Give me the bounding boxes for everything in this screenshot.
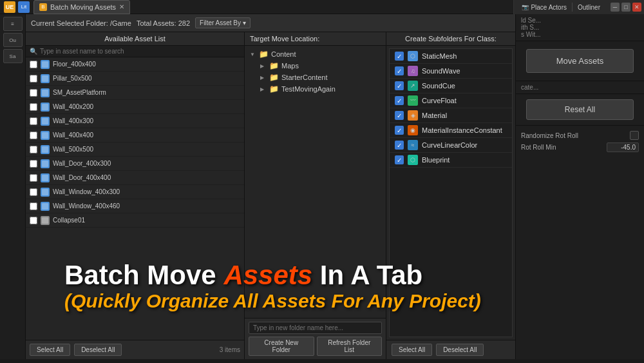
asset-checkbox[interactable] bbox=[30, 75, 37, 83]
folder-arrow-icon: ▶ bbox=[260, 75, 267, 81]
asset-name: Wall_400x400 bbox=[53, 132, 93, 139]
class-checkbox[interactable]: ✓ bbox=[395, 81, 404, 90]
class-checkbox[interactable]: ✓ bbox=[395, 141, 404, 150]
create-folder-btn[interactable]: Create New Folder bbox=[249, 337, 314, 356]
folder-name: StarterContent bbox=[281, 74, 328, 81]
asset-name: Wall_Window_400x460 bbox=[53, 202, 120, 210]
asset-type-icon bbox=[41, 173, 50, 182]
deselect-all-classes-btn[interactable]: Deselect All bbox=[436, 344, 484, 356]
new-folder-input[interactable] bbox=[249, 322, 382, 334]
class-row[interactable]: ✓ ↗ SoundCue bbox=[390, 79, 512, 93]
class-list: ✓ ⬡ StaticMesh ✓ ♫ SoundWave ✓ ↗ SoundCu… bbox=[389, 48, 513, 337]
class-row[interactable]: ✓ ◈ Material bbox=[390, 108, 512, 123]
rot-min-row: Rot Roll Min bbox=[521, 141, 639, 153]
asset-checkbox[interactable] bbox=[30, 132, 37, 139]
sidebar-btn-1[interactable]: ≡ bbox=[3, 17, 23, 31]
batch-moving-tab[interactable]: B Batch Moving Assets ✕ bbox=[33, 0, 130, 14]
class-name: Blueprint bbox=[422, 156, 450, 164]
class-checkbox[interactable]: ✓ bbox=[395, 126, 404, 135]
svg-rect-3 bbox=[42, 104, 48, 110]
class-checkbox[interactable]: ✓ bbox=[395, 155, 404, 164]
folder-footer: Create New Folder Refresh Folder List bbox=[245, 318, 386, 359]
asset-row[interactable]: Wall_Door_400x300 bbox=[26, 157, 244, 171]
asset-row[interactable]: Wall_500x500 bbox=[26, 142, 244, 157]
asset-type-icon bbox=[41, 74, 50, 83]
rot-min-input[interactable] bbox=[607, 142, 639, 152]
tab-close-btn[interactable]: ✕ bbox=[119, 3, 124, 10]
class-checkbox[interactable]: ✓ bbox=[395, 96, 404, 105]
folder-name: Maps bbox=[281, 62, 299, 70]
minimize-btn[interactable]: ─ bbox=[611, 3, 620, 12]
class-row[interactable]: ✓ ≈ CurveLinearColor bbox=[390, 138, 512, 153]
deselect-all-assets-btn[interactable]: Deselect All bbox=[74, 344, 122, 356]
folder-column: Target Move Location: ▼ 📁 Content ▶ 📁 Ma… bbox=[245, 32, 386, 359]
asset-row[interactable]: Pillar_50x500 bbox=[26, 72, 244, 86]
reset-all-btn[interactable]: Reset All bbox=[526, 99, 634, 120]
asset-checkbox[interactable] bbox=[30, 188, 37, 196]
folder-item[interactable]: ▶ 📁 Maps bbox=[247, 60, 383, 72]
randomize-checkbox[interactable] bbox=[630, 131, 639, 140]
asset-checkbox[interactable] bbox=[30, 117, 37, 125]
plugin-window: Current Selected Folder: /Game Total Ass… bbox=[26, 14, 515, 359]
asset-row[interactable]: Wall_400x400 bbox=[26, 128, 244, 142]
asset-row[interactable]: SM_AssetPlatform bbox=[26, 86, 244, 100]
class-row[interactable]: ✓ ⬡ StaticMesh bbox=[390, 49, 512, 64]
asset-checkbox[interactable] bbox=[30, 61, 37, 68]
asset-name: Collapse01 bbox=[53, 217, 85, 224]
asset-checkbox[interactable] bbox=[30, 217, 37, 224]
asset-row[interactable]: Collapse01 bbox=[26, 213, 244, 228]
asset-checkbox[interactable] bbox=[30, 146, 37, 153]
class-type-icon: ≈ bbox=[408, 140, 418, 150]
sidebar-btn-2[interactable]: Ou bbox=[3, 33, 23, 47]
camera-icon: 📷 bbox=[522, 4, 529, 10]
total-assets-text: Total Assets: 282 bbox=[137, 19, 190, 27]
asset-row[interactable]: Wall_Door_400x400 bbox=[26, 171, 244, 185]
asset-checkbox[interactable] bbox=[30, 160, 37, 168]
asset-row[interactable]: Floor_400x400 bbox=[26, 57, 244, 72]
class-type-icon: ♫ bbox=[408, 66, 418, 76]
asset-checkbox[interactable] bbox=[30, 202, 37, 210]
select-all-classes-btn[interactable]: Select All bbox=[392, 344, 432, 356]
folder-icon: 📁 bbox=[269, 61, 279, 70]
folder-item[interactable]: ▶ 📁 TestMovingAgain bbox=[247, 83, 383, 95]
search-icon: 🔍 bbox=[30, 48, 37, 55]
asset-checkbox[interactable] bbox=[30, 89, 37, 97]
refresh-folder-btn[interactable]: Refresh Folder List bbox=[317, 337, 383, 356]
select-all-assets-btn[interactable]: Select All bbox=[30, 344, 70, 356]
place-actors-label: Place Actors bbox=[531, 4, 567, 11]
class-checkbox[interactable]: ✓ bbox=[395, 52, 404, 61]
move-assets-btn[interactable]: Move Assets bbox=[526, 49, 634, 73]
asset-row[interactable]: Wall_Window_400x300 bbox=[26, 185, 244, 199]
folder-name: TestMovingAgain bbox=[281, 85, 336, 93]
class-row[interactable]: ✓ ⬡ Blueprint bbox=[390, 153, 512, 168]
sidebar-btn-3[interactable]: Sa bbox=[3, 49, 23, 63]
maximize-btn[interactable]: □ bbox=[621, 3, 630, 12]
class-name: Material bbox=[422, 112, 447, 119]
outliner-tab[interactable]: Outliner bbox=[573, 3, 605, 12]
place-actors-tab[interactable]: 📷 Place Actors bbox=[516, 3, 572, 12]
svg-rect-7 bbox=[42, 161, 48, 167]
class-row[interactable]: ✓ 〰 CurveFloat bbox=[390, 93, 512, 108]
svg-rect-2 bbox=[42, 90, 48, 96]
class-checkbox[interactable]: ✓ bbox=[395, 111, 404, 120]
search-input[interactable] bbox=[40, 48, 240, 55]
asset-row[interactable]: Wall_400x200 bbox=[26, 100, 244, 114]
folder-item[interactable]: ▶ 📁 StarterContent bbox=[247, 72, 383, 83]
asset-row[interactable]: Wall_Window_400x460 bbox=[26, 199, 244, 213]
svg-rect-6 bbox=[42, 146, 48, 153]
class-row[interactable]: ✓ ◉ MaterialInstanceConstant bbox=[390, 123, 512, 138]
svg-rect-11 bbox=[42, 217, 48, 224]
asset-name: Wall_400x200 bbox=[53, 103, 93, 110]
class-checkbox[interactable]: ✓ bbox=[395, 66, 404, 75]
filter-btn[interactable]: Filter Asset By ▾ bbox=[195, 17, 251, 28]
asset-row[interactable]: Wall_400x300 bbox=[26, 114, 244, 128]
asset-checkbox[interactable] bbox=[30, 174, 37, 182]
folder-header: Target Move Location: bbox=[245, 32, 386, 46]
asset-type-icon bbox=[41, 60, 50, 69]
class-type-icon: ◈ bbox=[408, 110, 418, 121]
close-btn[interactable]: ✕ bbox=[632, 3, 641, 12]
svg-rect-0 bbox=[42, 61, 48, 68]
asset-checkbox[interactable] bbox=[30, 103, 37, 111]
class-row[interactable]: ✓ ♫ SoundWave bbox=[390, 64, 512, 79]
folder-item[interactable]: ▼ 📁 Content bbox=[247, 48, 383, 60]
